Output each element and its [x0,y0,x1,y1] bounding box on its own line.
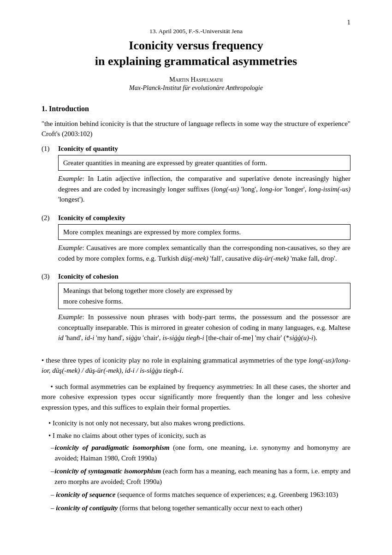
title-line1: Iconicity versus frequency [129,39,263,52]
item1-label: Iconicity of quantity [58,145,350,153]
list-item-3: (3) Iconicity of cohesion Meanings that … [42,273,350,348]
dash-item4: – iconicity of contiguity (forms that be… [42,503,350,513]
bullet1-text: • these three types of iconicity play no… [42,355,350,376]
sub-bullet2: • I make no claims about other types of … [42,430,350,441]
sub-bullet1: • Iconicity is not only not necessary, b… [42,418,350,429]
item3-example-text: : In possessive noun phrases with body-p… [58,313,350,341]
item3-num: (3) [42,273,58,280]
item2-content: Iconicity of complexity More complex mea… [58,214,350,269]
numbered-list: (1) Iconicity of quantity Greater quanti… [42,145,350,348]
dash-item2: – iconicity of syntagmatic isomorphism (… [42,466,350,487]
item1-example-text: : In Latin adjective inflection, the com… [58,175,350,203]
dash1-symbol: – [51,442,55,463]
header-author: Martin Haspelmath [42,76,350,84]
item3-boxed: Meanings that belong together more close… [58,283,350,309]
item3-label: Iconicity of cohesion [58,273,350,280]
item3-content: Iconicity of cohesion Meanings that belo… [58,273,350,348]
dash1-text: iconicity of paradigmatic isomorphism (o… [55,442,350,463]
page-header: 13. April 2005, F.-S.-Universität Jena I… [42,28,350,92]
dash2-symbol: – [51,466,54,487]
title-line2: in explaining grammatical asymmetries [95,54,297,68]
item1-content: Iconicity of quantity Greater quantities… [58,145,350,209]
item2-example-label: Example [58,244,82,251]
list-item-1: (1) Iconicity of quantity Greater quanti… [42,145,350,209]
section1-title: 1. Introduction [42,105,350,113]
item2-num: (2) [42,214,58,222]
bullet-section: • these three types of iconicity play no… [42,355,350,513]
dash4-symbol: – [51,503,56,513]
dash3-symbol: – [51,489,56,500]
dash-item1: – iconicity of paradigmatic isomorphism … [42,442,350,463]
item2-example: Example: Causatives are more complex sem… [58,243,350,263]
page-number: 1 [347,18,351,26]
item1-example: Example: In Latin adjective inflection, … [58,173,350,205]
item1-example-label: Example [58,175,82,182]
bullet2-text: • such formal asymmetries can be explain… [42,382,350,413]
dash3-text: iconicity of sequence (sequence of forms… [56,489,338,500]
item2-example-text: : Causatives are more complex semantical… [58,244,350,262]
item3-example-label: Example [58,313,82,321]
sub-bullet2-text: • I make no claims about other types of … [42,430,206,441]
intro-paragraph: "the intuition behind iconicity is that … [42,119,350,139]
list-item-2: (2) Iconicity of complexity More complex… [42,214,350,269]
page: 1 13. April 2005, F.-S.-Universität Jena… [0,0,392,555]
dash4-text: iconicity of contiguity (forms that belo… [56,503,302,513]
header-date: 13. April 2005, F.-S.-Universität Jena [42,28,350,35]
item2-label: Iconicity of complexity [58,214,350,222]
header-institution: Max-Planck-Institut für evolutionäre Ant… [42,84,350,92]
item1-num: (1) [42,145,58,153]
item3-example: Example: In possessive noun phrases with… [58,312,350,343]
dash2-text: iconicity of syntagmatic isomorphism (ea… [54,466,350,487]
sub-bullet1-text: • Iconicity is not only not necessary, b… [42,418,245,429]
dash-item3: – iconicity of sequence (sequence of for… [42,489,350,500]
item1-boxed: Greater quantities in meaning are expres… [58,155,350,171]
header-title: Iconicity versus frequency in explaining… [42,38,350,69]
item2-boxed: More complex meanings are expressed by m… [58,224,350,240]
